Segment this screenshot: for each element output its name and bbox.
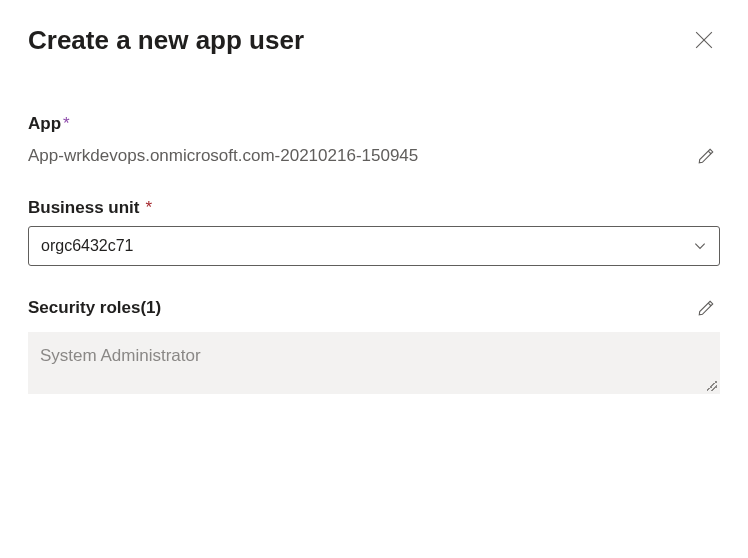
- app-value: App-wrkdevops.onmicrosoft.com-20210216-1…: [28, 146, 418, 166]
- chevron-down-icon: [693, 239, 707, 253]
- required-indicator: *: [63, 114, 70, 133]
- business-unit-selected-value: orgc6432c71: [41, 237, 134, 255]
- required-indicator: *: [145, 198, 152, 217]
- business-unit-select[interactable]: orgc6432c71: [28, 226, 720, 266]
- security-role-item: System Administrator: [40, 346, 201, 365]
- pencil-icon: [697, 299, 715, 317]
- security-roles-box[interactable]: System Administrator: [28, 332, 720, 394]
- business-unit-field-group: Business unit* orgc6432c71: [28, 198, 720, 266]
- svg-line-2: [708, 151, 711, 154]
- edit-security-roles-button[interactable]: [692, 294, 720, 322]
- pencil-icon: [697, 147, 715, 165]
- svg-line-3: [708, 303, 711, 306]
- close-button[interactable]: [688, 24, 720, 56]
- edit-app-button[interactable]: [692, 142, 720, 170]
- app-field-group: App* App-wrkdevops.onmicrosoft.com-20210…: [28, 114, 720, 170]
- app-label: App*: [28, 114, 70, 134]
- security-roles-field-group: Security roles(1) System Administrator: [28, 294, 720, 394]
- page-title: Create a new app user: [28, 25, 304, 56]
- security-roles-label: Security roles(1): [28, 298, 161, 318]
- business-unit-label: Business unit*: [28, 198, 152, 218]
- close-icon: [695, 31, 713, 49]
